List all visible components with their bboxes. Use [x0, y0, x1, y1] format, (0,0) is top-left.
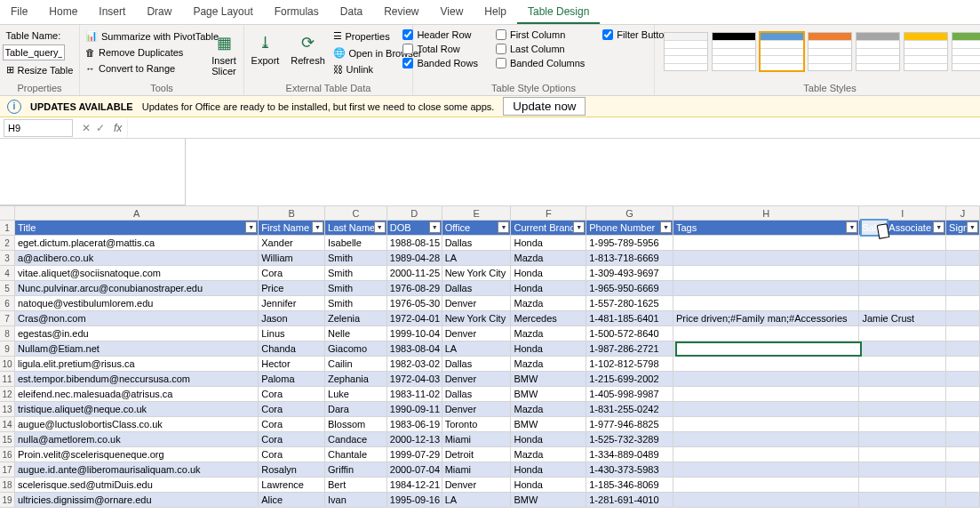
cell[interactable]: 1-831-255-0242 — [586, 402, 673, 417]
row-header[interactable]: 5 — [0, 281, 15, 296]
cell[interactable]: Dallas — [442, 281, 512, 296]
cell[interactable]: Price — [259, 281, 325, 296]
cell[interactable]: Nullam@Etiam.net — [15, 341, 259, 357]
cell[interactable] — [859, 266, 946, 281]
remove-dup-button[interactable]: 🗑Remove Duplicates — [82, 45, 206, 60]
cell[interactable]: 1-977-946-8825 — [586, 417, 673, 432]
cell[interactable] — [859, 432, 946, 447]
cell[interactable]: Hector — [259, 357, 325, 372]
cell[interactable]: Detroit — [442, 447, 512, 462]
cell[interactable]: 1-334-889-0489 — [586, 447, 673, 462]
filter-dropdown-icon[interactable]: ▼ — [498, 221, 509, 233]
cell[interactable]: 1-102-812-5798 — [586, 357, 673, 372]
cell[interactable] — [673, 417, 859, 432]
cell[interactable]: 1-557-280-1625 — [586, 296, 673, 311]
col-header-D[interactable]: D — [387, 205, 442, 221]
cell[interactable] — [946, 462, 980, 478]
cell[interactable] — [673, 478, 859, 493]
cell[interactable]: Smith — [325, 266, 387, 281]
row-header[interactable]: 10 — [0, 357, 15, 372]
cell[interactable] — [673, 251, 859, 266]
row-header[interactable]: 4 — [0, 266, 15, 281]
cell[interactable] — [673, 462, 859, 478]
style-swatch-0[interactable] — [664, 32, 708, 71]
cell[interactable] — [946, 326, 980, 341]
cell[interactable]: ligula.elit.pretium@risus.ca — [15, 357, 259, 372]
update-now-button[interactable]: Update now — [503, 97, 586, 116]
export-button[interactable]: ⤓Export — [244, 28, 287, 68]
filter-dropdown-icon[interactable]: ▼ — [846, 221, 857, 233]
cell[interactable] — [859, 493, 946, 508]
cell[interactable]: Mazda — [511, 357, 586, 372]
cell[interactable]: Cailin — [325, 357, 387, 372]
cell[interactable]: Jamie Crust — [859, 311, 946, 326]
row-header[interactable]: 8 — [0, 326, 15, 341]
cell[interactable]: Cras@non.com — [15, 311, 259, 326]
cell[interactable] — [673, 402, 859, 417]
resize-table[interactable]: ⊞Resize Table — [3, 62, 77, 77]
refresh-button[interactable]: ⟳Refresh — [287, 28, 330, 68]
cell[interactable] — [946, 357, 980, 372]
cell[interactable]: Chanda — [259, 341, 325, 357]
cell[interactable] — [859, 478, 946, 493]
cell[interactable]: LA — [442, 251, 512, 266]
tab-data[interactable]: Data — [330, 0, 373, 24]
cell[interactable]: Dara — [325, 402, 387, 417]
style-swatch-4[interactable] — [856, 32, 900, 71]
style-swatch-2[interactable] — [760, 32, 804, 71]
cell[interactable] — [673, 432, 859, 447]
cell[interactable]: Paloma — [259, 372, 325, 387]
filter-dropdown-icon[interactable]: ▼ — [312, 221, 323, 233]
cell[interactable] — [859, 447, 946, 462]
row-header[interactable]: 11 — [0, 372, 15, 387]
cell[interactable]: Nelle — [325, 326, 387, 341]
cell[interactable]: Mazda — [511, 326, 586, 341]
cell[interactable]: 1-405-998-9987 — [586, 387, 673, 402]
style-swatch-6[interactable] — [952, 32, 980, 71]
cell[interactable] — [946, 296, 980, 311]
cell[interactable]: 1-185-346-8069 — [586, 478, 673, 493]
cell[interactable] — [859, 281, 946, 296]
cell[interactable]: Cora — [259, 447, 325, 462]
cell[interactable]: Honda — [511, 462, 586, 478]
cell[interactable]: Honda — [511, 432, 586, 447]
row-header[interactable]: 12 — [0, 387, 15, 402]
cell[interactable] — [859, 357, 946, 372]
style-swatch-3[interactable] — [808, 32, 852, 71]
enter-icon[interactable]: ✓ — [96, 122, 105, 134]
cell[interactable] — [946, 281, 980, 296]
cell[interactable]: LA — [442, 341, 512, 357]
cell[interactable]: Denver — [442, 478, 512, 493]
cell[interactable] — [946, 236, 980, 251]
cell[interactable]: BMW — [511, 417, 586, 432]
chk-first-col[interactable]: First Column — [492, 28, 588, 41]
cell[interactable] — [946, 493, 980, 508]
cell[interactable] — [673, 357, 859, 372]
chk-total-row[interactable]: Total Row — [399, 43, 482, 55]
col-header-F[interactable]: F — [511, 205, 586, 221]
cell[interactable]: Honda — [511, 281, 586, 296]
select-all-corner[interactable] — [0, 205, 15, 221]
formula-input[interactable] — [127, 119, 980, 137]
cell[interactable]: 1-309-493-9697 — [586, 266, 673, 281]
grid[interactable]: 12345678910111213141516171819ABCDEFGHIJT… — [0, 205, 980, 508]
cell[interactable]: 1983-11-02 — [387, 387, 442, 402]
cell[interactable] — [859, 341, 946, 357]
cell[interactable]: Mazda — [511, 251, 586, 266]
cancel-icon[interactable]: ✕ — [82, 122, 91, 134]
cell[interactable]: Denver — [442, 402, 512, 417]
cell[interactable]: Price driven;#Family man;#Accessories — [673, 311, 859, 326]
row-header[interactable]: 15 — [0, 432, 15, 447]
cell[interactable] — [859, 251, 946, 266]
filter-dropdown-icon[interactable]: ▼ — [374, 221, 386, 233]
cell[interactable] — [946, 402, 980, 417]
cell[interactable] — [946, 251, 980, 266]
tab-draw[interactable]: Draw — [136, 0, 182, 24]
cell[interactable]: LA — [442, 493, 512, 508]
filter-dropdown-icon[interactable]: ▼ — [245, 221, 257, 233]
cell[interactable]: Mazda — [511, 402, 586, 417]
cell[interactable] — [673, 493, 859, 508]
cell[interactable]: 1984-12-21 — [387, 478, 442, 493]
tab-help[interactable]: Help — [474, 0, 517, 24]
cell[interactable]: 2000-11-25 — [387, 266, 442, 281]
